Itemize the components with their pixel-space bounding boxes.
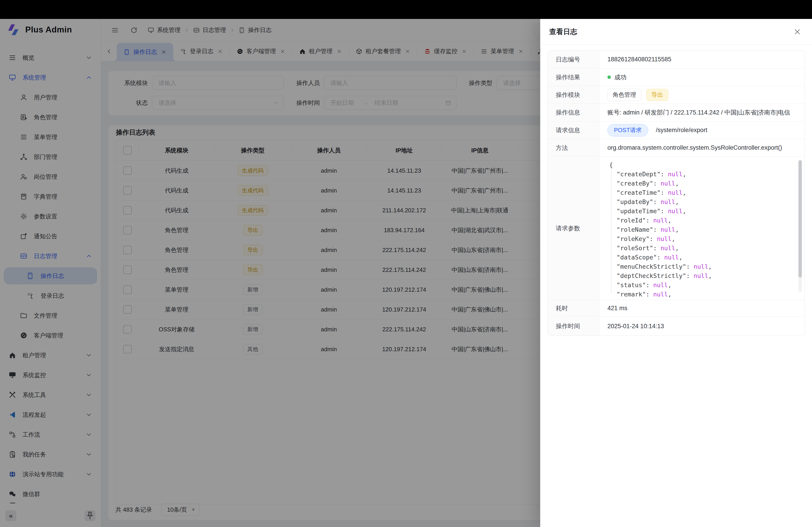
drawer-title: 查看日志 [549,19,577,45]
action-chip: 导出 [646,89,668,101]
module-chip: 角色管理 [607,89,641,101]
drawer-header: 查看日志 [540,19,812,45]
detail-row-info: 操作信息 账号: admin / 研发部门 / 222.175.114.242 … [548,104,804,121]
request-value: POST请求 /system/role/export [599,121,804,139]
code-scrollbar[interactable] [798,160,802,292]
json-line: "deptCheckStrictly": null, [609,271,796,281]
json-line: "roleName": null, [609,225,796,234]
request-params-json[interactable]: { "createDept": null, "createBy": null, … [599,157,804,300]
view-log-drawer: 查看日志 日志编号 1882612840802115585 操作结果 成功 操作… [540,19,812,527]
detail-row-log-id: 日志编号 1882612840802115585 [548,50,804,69]
json-line: "remark": null, [609,290,796,299]
module-chips: 角色管理 导出 [599,86,804,104]
json-line: "menuCheckStrictly": null, [609,262,796,271]
indent-guide [611,170,611,293]
log-id-value: 1882612840802115585 [599,50,804,68]
json-line: "dataScope": null, [609,253,796,262]
result-value: 成功 [599,69,804,86]
json-line: { [609,160,796,169]
json-line: "createDept": null, [609,169,796,179]
json-line: "roleId": null, [609,216,796,225]
method-value: org.dromara.system.controller.system.Sys… [599,139,804,156]
detail-row-request: 请求信息 POST请求 /system/role/export [548,121,804,139]
close-icon[interactable] [793,28,802,36]
detail-row-time: 操作时间 2025-01-24 10:14:13 [548,317,804,336]
success-dot-icon [607,76,611,79]
request-url: /system/role/export [656,127,707,134]
json-line: "createTime": null, [609,188,796,197]
detail-row-params: 请求参数 { "createDept": null, "createBy": n… [548,157,804,300]
json-line: "roleKey": null, [609,234,796,243]
duration-value: 421 ms [599,300,804,316]
json-line: "updateTime": null, [609,207,796,216]
detail-row-duration: 耗时 421 ms [548,300,804,317]
info-value: 账号: admin / 研发部门 / 222.175.114.242 / 中国|… [599,104,804,121]
detail-row-result: 操作结果 成功 [548,69,804,86]
json-line: "createBy": null, [609,179,796,188]
json-line: "updateBy": null, [609,197,796,207]
detail-row-module: 操作模块 角色管理 导出 [548,86,804,104]
json-line: "roleSort": null, [609,243,796,253]
log-detail-table: 日志编号 1882612840802115585 操作结果 成功 操作模块 角色… [548,50,805,336]
post-method-badge: POST请求 [607,124,648,137]
json-line: "status": null, [609,281,796,290]
detail-row-method: 方法 org.dromara.system.controller.system.… [548,139,804,157]
code-scrollbar-thumb[interactable] [798,160,802,277]
time-value: 2025-01-24 10:14:13 [599,317,804,336]
